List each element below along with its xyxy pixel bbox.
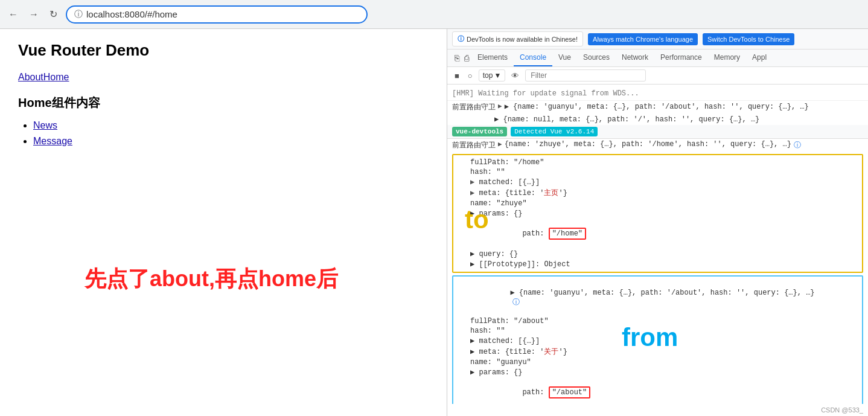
to-hash: hash: "": [458, 167, 857, 177]
guard-obj-2[interactable]: ▶ {name: null, meta: {…}, path: '/', has…: [494, 115, 759, 124]
to-path-label: path:: [522, 229, 548, 238]
address-icon: ⓘ: [74, 9, 83, 20]
vue-devtools-bar: vue-devtools Detected Vue v2.6.14: [447, 125, 868, 139]
devtools-info-text: DevTools is now available in Chinese!: [467, 36, 578, 43]
filter-input[interactable]: [525, 69, 646, 82]
annotation-text: 先点了about,再点home后: [85, 264, 338, 294]
from-name: name: "guanyu": [458, 357, 857, 367]
chevron-down-icon: ▼: [494, 71, 501, 80]
message-link[interactable]: Message: [33, 136, 72, 146]
tab-performance[interactable]: Performance: [654, 50, 708, 66]
devtools-info: ⓘ DevTools is now available in Chinese!: [452, 31, 583, 46]
guard-obj-1[interactable]: ▶ {name: 'guanyu', meta: {…}, path: '/ab…: [505, 102, 809, 111]
devtools-panel: ⓘ DevTools is now available in Chinese! …: [447, 29, 868, 416]
to-section: 前置路由守卫 ▶ {name: 'zhuye', meta: {…}, path…: [447, 139, 868, 273]
devtools-inspect-icon[interactable]: ⎘: [452, 51, 462, 65]
to-matched[interactable]: ▶ matched: [{…}]: [458, 177, 857, 187]
info-icon: ⓘ: [458, 34, 464, 43]
tab-elements[interactable]: Elements: [471, 50, 514, 66]
back-button[interactable]: ←: [6, 7, 21, 22]
top-dropdown[interactable]: top ▼: [479, 69, 506, 82]
to-path-row: path: "/home": [458, 219, 857, 249]
page-content: Vue Router Demo AboutHome Home组件内容 News …: [0, 29, 447, 416]
console-output: [HMR] Waiting for update signal from WDS…: [447, 85, 868, 404]
from-label: from: [622, 323, 678, 352]
console-block-button[interactable]: ○: [465, 70, 475, 82]
vue-badge: vue-devtools: [452, 127, 507, 136]
url-text: localhost:8080/#/home: [86, 9, 359, 19]
console-toolbar: ■ ○ top ▼ 👁: [447, 67, 868, 85]
tab-console[interactable]: Console: [514, 50, 552, 66]
match-language-button[interactable]: Always match Chrome's language: [588, 33, 698, 45]
about-link[interactable]: AboutHome: [18, 72, 429, 83]
to-fullpath: fullPath: "/home": [458, 158, 857, 167]
guard-row-1: 前置路由守卫 ▶ ▶ {name: 'guanyu', meta: {…}, p…: [447, 101, 868, 114]
from-params[interactable]: ▶ params: {}: [458, 367, 857, 377]
list-item: Message: [33, 136, 429, 147]
news-link[interactable]: News: [33, 120, 57, 130]
reload-button[interactable]: ↻: [47, 6, 60, 22]
devtools-device-icon[interactable]: ⎙: [462, 51, 471, 65]
to-object-box: fullPath: "/home" hash: "" ▶ matched: [{…: [452, 154, 863, 273]
to-params[interactable]: ▶ params: {}: [458, 208, 857, 219]
console-clear-button[interactable]: ■: [452, 70, 462, 82]
browser-bar: ← → ↻ ⓘ localhost:8080/#/home: [0, 0, 868, 29]
to-proto[interactable]: ▶ [[Prototype]]: Object: [458, 259, 857, 269]
tab-vue[interactable]: Vue: [552, 50, 577, 66]
address-bar[interactable]: ⓘ localhost:8080/#/home: [66, 5, 368, 24]
main-area: Vue Router Demo AboutHome Home组件内容 News …: [0, 29, 868, 416]
from-obj-header[interactable]: ▶ {name: 'guanyu', meta: {…}, path: '/ab…: [458, 279, 857, 316]
to-meta[interactable]: ▶ meta: {title: '主页'}: [458, 187, 857, 199]
guard-label-2: 前置路由守卫: [452, 140, 496, 150]
forward-button[interactable]: →: [27, 7, 41, 22]
devtools-topbar: ⓘ DevTools is now available in Chinese! …: [447, 29, 868, 50]
page-title: Vue Router Demo: [18, 41, 429, 60]
arrow-icon-1: ▶: [498, 102, 502, 110]
guard-label-1: 前置路由守卫: [452, 102, 496, 112]
tab-network[interactable]: Network: [616, 50, 654, 66]
devtools-tabs: ⎘ ⎙ Elements Console Vue Sources Network…: [447, 50, 868, 67]
info-icon-from: ⓘ: [512, 298, 520, 307]
tab-sources[interactable]: Sources: [577, 50, 616, 66]
section-title: Home组件内容: [18, 95, 429, 111]
list-item: News: [33, 120, 429, 131]
console-eye-button[interactable]: 👁: [509, 70, 522, 82]
to-label: to: [465, 205, 489, 234]
guard-row-2: ▶ {name: null, meta: {…}, path: '/', has…: [447, 114, 868, 125]
to-query[interactable]: ▶ query: {}: [458, 249, 857, 259]
tab-memory[interactable]: Memory: [708, 50, 746, 66]
nav-list: News Message: [18, 120, 429, 147]
from-path-label: path:: [522, 388, 548, 397]
arrow-icon-2: ▶: [498, 140, 502, 148]
to-name: name: "zhuye": [458, 199, 857, 208]
to-obj-header[interactable]: {name: 'zhuye', meta: {…}, path: '/home'…: [505, 140, 791, 149]
to-path-value: "/home": [549, 228, 586, 240]
detected-badge: Detected Vue v2.6.14: [511, 127, 598, 136]
from-path-row: path: "/about": [458, 377, 857, 404]
guard-row-to: 前置路由守卫 ▶ {name: 'zhuye', meta: {…}, path…: [447, 139, 868, 152]
info-icon-to: ⓘ: [794, 140, 801, 150]
hmr-line: [HMR] Waiting for update signal from WDS…: [447, 87, 868, 101]
csdn-watermark: CSDN @533_: [447, 404, 868, 416]
from-path-value: "/about": [549, 386, 591, 398]
switch-devtools-button[interactable]: Switch DevTools to Chinese: [703, 33, 794, 45]
top-dropdown-label: top: [483, 71, 493, 80]
tab-application[interactable]: Appl: [746, 50, 773, 66]
